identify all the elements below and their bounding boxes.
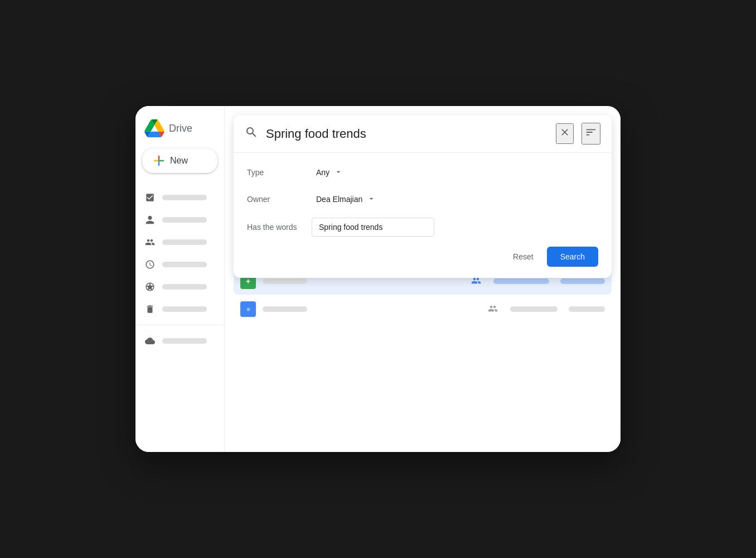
new-button[interactable]: New (142, 148, 217, 173)
trash-icon (144, 304, 156, 315)
search-body: Type Any Owner Dea Elmajian (234, 153, 612, 278)
docs-icon: ≡ (240, 301, 256, 317)
nav-items (135, 186, 224, 352)
people-icon (144, 237, 156, 248)
sidebar-item-trash[interactable] (135, 298, 224, 320)
sidebar-item-my-drive[interactable] (135, 186, 224, 209)
sidebar-item-label (162, 338, 207, 344)
checkbox-icon (144, 192, 156, 203)
words-filter-row: Has the words (247, 218, 598, 237)
sidebar-item-shared[interactable] (135, 231, 224, 253)
search-query-text: Spring food trends (266, 127, 548, 141)
words-label: Has the words (247, 223, 303, 232)
search-actions: Reset Search (247, 247, 598, 267)
main-content: Spring food trends Type Any (225, 106, 621, 452)
star-icon (144, 281, 156, 292)
search-magnify-icon (245, 126, 258, 142)
owner-select[interactable]: Dea Elmajian (312, 191, 380, 208)
sidebar-item-computers[interactable] (135, 209, 224, 231)
filter-options-button[interactable] (581, 123, 600, 145)
file-name-placeholder (263, 278, 307, 284)
sidebar-item-label (162, 306, 207, 312)
search-panel: Spring food trends Type Any (234, 115, 612, 278)
owner-dropdown-arrow-icon (367, 194, 376, 204)
sidebar-item-label (162, 217, 207, 223)
type-filter-row: Type Any (247, 164, 598, 181)
search-header: Spring food trends (234, 115, 612, 153)
people-icon (488, 304, 499, 315)
search-button[interactable]: Search (547, 247, 598, 267)
sidebar-item-starred[interactable] (135, 276, 224, 298)
type-dropdown-arrow-icon (334, 167, 343, 177)
new-button-label: New (170, 156, 188, 166)
nav-divider (135, 325, 224, 325)
owner-filter-row: Owner Dea Elmajian (247, 191, 598, 208)
reset-button[interactable]: Reset (506, 248, 540, 266)
sidebar-item-label (162, 284, 207, 290)
type-select[interactable]: Any (312, 164, 347, 181)
sidebar-item-label (162, 195, 207, 200)
sidebar: Drive New (135, 106, 225, 452)
date-placeholder (510, 306, 558, 312)
type-value: Any (316, 168, 329, 177)
owner-label: Owner (247, 195, 303, 204)
sidebar-item-label (162, 262, 207, 267)
size-placeholder (560, 278, 605, 284)
app-title: Drive (169, 123, 192, 134)
table-row[interactable]: ≡ (234, 296, 612, 323)
words-input[interactable] (312, 218, 434, 237)
file-name-placeholder (263, 306, 307, 312)
size-placeholder (569, 306, 605, 312)
sidebar-item-label (162, 239, 207, 245)
sidebar-item-recent[interactable] (135, 253, 224, 276)
cloud-icon (144, 335, 156, 347)
clock-icon (144, 259, 156, 270)
sidebar-item-storage[interactable] (135, 330, 224, 352)
date-placeholder (493, 278, 549, 284)
search-close-button[interactable] (556, 123, 574, 144)
type-label: Type (247, 168, 303, 177)
person-icon (144, 214, 156, 225)
owner-value: Dea Elmajian (316, 195, 362, 204)
sidebar-header: Drive (135, 115, 224, 148)
drive-logo-icon (144, 119, 164, 137)
new-plus-icon (153, 155, 164, 166)
